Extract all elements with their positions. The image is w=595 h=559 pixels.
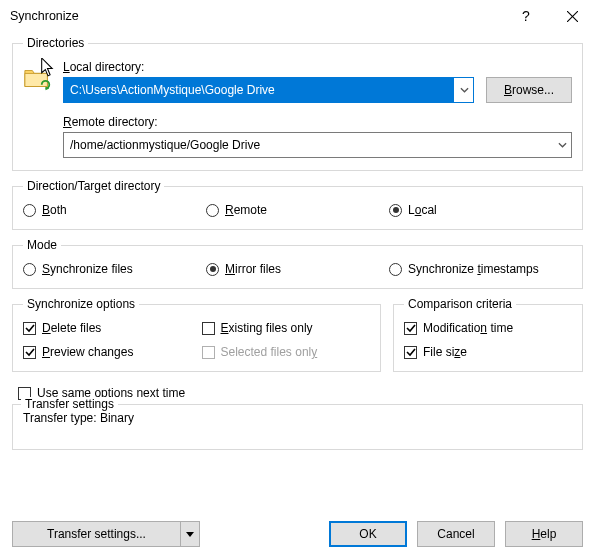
help-icon[interactable]: ?: [503, 0, 549, 32]
chevron-down-icon[interactable]: [552, 133, 571, 157]
direction-both-radio[interactable]: Both: [23, 203, 206, 217]
delete-files-check[interactable]: Delete files: [23, 321, 192, 335]
comparison-group: Comparison criteria Modification time Fi…: [393, 297, 583, 372]
mod-time-check[interactable]: Modification time: [404, 321, 572, 335]
sync-options-group: Synchronize options Delete files Existin…: [12, 297, 381, 372]
existing-files-check[interactable]: Existing files only: [202, 321, 371, 335]
help-button[interactable]: Help: [505, 521, 583, 547]
local-dir-label: Local directory:: [63, 60, 572, 74]
window-title: Synchronize: [10, 9, 503, 23]
remote-dir-combo[interactable]: /home/actionmystique/Google Drive: [63, 132, 572, 158]
selected-files-check: Selected files only: [202, 345, 371, 359]
ok-button[interactable]: OK: [329, 521, 407, 547]
browse-button[interactable]: Browse...: [486, 77, 572, 103]
mode-group: Mode Synchronize files Mirror files Sync…: [12, 238, 583, 289]
group-legend: Comparison criteria: [404, 297, 516, 311]
cancel-button[interactable]: Cancel: [417, 521, 495, 547]
direction-group: Direction/Target directory Both Remote L…: [12, 179, 583, 230]
svg-marker-3: [186, 532, 194, 537]
chevron-down-icon[interactable]: [454, 78, 473, 102]
mode-timestamps-radio[interactable]: Synchronize timestamps: [389, 262, 572, 276]
group-legend: Transfer settings: [21, 397, 118, 411]
chevron-down-icon[interactable]: [181, 532, 199, 537]
dialog-footer: Transfer settings... OK Cancel Help: [12, 521, 583, 547]
file-size-check[interactable]: File size: [404, 345, 572, 359]
transfer-settings-button[interactable]: Transfer settings...: [12, 521, 200, 547]
local-dir-combo[interactable]: C:\Users\ActionMystique\Google Drive: [63, 77, 474, 103]
direction-local-radio[interactable]: Local: [389, 203, 572, 217]
remote-dir-label: Remote directory:: [63, 115, 572, 129]
group-legend: Directories: [23, 36, 88, 50]
mode-mirror-radio[interactable]: Mirror files: [206, 262, 389, 276]
sync-folders-icon: [23, 64, 53, 94]
mode-sync-radio[interactable]: Synchronize files: [23, 262, 206, 276]
close-icon[interactable]: [549, 0, 595, 32]
transfer-settings-group: Transfer settings Transfer type: Binary: [12, 404, 583, 450]
transfer-type-label: Transfer type: Binary: [23, 411, 572, 425]
group-legend: Direction/Target directory: [23, 179, 164, 193]
synchronize-dialog: Synchronize ? Directories: [0, 0, 595, 559]
group-legend: Synchronize options: [23, 297, 139, 311]
titlebar: Synchronize ?: [0, 0, 595, 32]
directories-group: Directories Local directory:: [12, 36, 583, 171]
local-dir-value[interactable]: C:\Users\ActionMystique\Google Drive: [64, 83, 454, 97]
remote-dir-value[interactable]: /home/actionmystique/Google Drive: [64, 138, 552, 152]
group-legend: Mode: [23, 238, 61, 252]
preview-changes-check[interactable]: Preview changes: [23, 345, 192, 359]
direction-remote-radio[interactable]: Remote: [206, 203, 389, 217]
